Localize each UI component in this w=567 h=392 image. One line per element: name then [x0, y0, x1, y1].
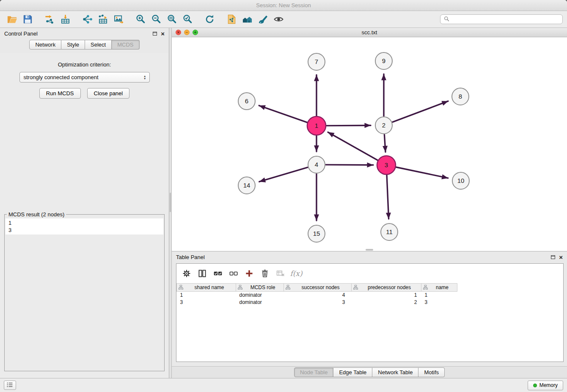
table-cell[interactable]: dominator [236, 292, 284, 299]
close-window-icon[interactable]: × [176, 30, 181, 35]
table-cell[interactable]: dominator [236, 299, 284, 306]
tab-style[interactable]: Style [61, 40, 85, 50]
column-header-predecessor-nodes[interactable]: predecessor nodes [352, 284, 421, 292]
graph-node-3[interactable]: 3 [377, 156, 396, 174]
tab-node-table[interactable]: Node Table [294, 367, 334, 377]
refresh-icon[interactable] [203, 13, 216, 26]
column-header-successor-nodes[interactable]: successor nodes [284, 284, 352, 292]
network-window-titlebar[interactable]: × − + scc.txt [172, 28, 567, 37]
deselect-all-rows-icon[interactable] [228, 268, 239, 279]
save-icon[interactable] [21, 13, 34, 26]
table-cell[interactable]: 4 [284, 292, 352, 299]
network-view-window: × − + scc.txt 7968124310141511 [172, 28, 567, 251]
float-table-panel-icon[interactable] [551, 255, 555, 259]
table-row[interactable]: 3dominator323 [177, 299, 564, 306]
graph-edge-3-11[interactable] [387, 174, 389, 219]
network-window-title: scc.txt [172, 29, 567, 36]
mcds-result-list[interactable]: 13 [6, 218, 163, 235]
table-cell[interactable]: 3 [421, 299, 457, 306]
graph-edge-2-8[interactable] [393, 101, 448, 122]
table-cell[interactable]: 3 [284, 299, 352, 306]
close-panel-button[interactable]: Close panel [87, 88, 130, 99]
graph-node-2[interactable]: 2 [375, 117, 392, 134]
control-panel-tabs: NetworkStyleSelectMCDS [0, 40, 169, 53]
eye-icon[interactable] [272, 13, 285, 26]
table-cell[interactable]: 2 [352, 299, 421, 306]
graph-node-6[interactable]: 6 [238, 93, 255, 110]
canvas-hscrollbar[interactable] [366, 249, 373, 251]
graph-node-1[interactable]: 1 [307, 116, 326, 135]
delete-column-icon[interactable] [259, 268, 271, 279]
ui-panels-list-button[interactable] [4, 381, 16, 390]
svg-text:3: 3 [385, 161, 388, 168]
network-canvas-svg[interactable]: 7968124310141511 [172, 37, 567, 251]
graph-node-14[interactable]: 14 [238, 177, 255, 194]
import-network-icon[interactable] [43, 13, 56, 26]
zoom-fit-icon[interactable] [165, 13, 179, 26]
run-mcds-button[interactable]: Run MCDS [39, 88, 81, 99]
graph-node-7[interactable]: 7 [308, 53, 325, 70]
graph-edge-2-3[interactable] [384, 135, 385, 152]
tab-network[interactable]: Network [29, 40, 61, 50]
tab-network-table[interactable]: Network Table [372, 367, 418, 377]
network-canvas[interactable]: 7968124310141511 [172, 37, 567, 251]
column-header-shared-name[interactable]: shared name [177, 284, 236, 292]
graph-edge-1-2[interactable] [326, 125, 371, 126]
graph-node-15[interactable]: 15 [308, 225, 325, 242]
column-header-name[interactable]: name [421, 284, 457, 292]
zoom-selected-icon[interactable] [181, 13, 194, 26]
network-table-icon[interactable] [96, 13, 110, 26]
table-cell[interactable]: 3 [177, 299, 236, 306]
control-panel: Control Panel × NetworkStyleSelectMCDS O… [0, 28, 169, 378]
open-folder-icon[interactable] [6, 13, 19, 26]
graph-edge-1-6[interactable] [259, 105, 308, 122]
zoom-out-icon[interactable] [150, 13, 163, 26]
window-titlebar[interactable]: Session: New Session [0, 0, 567, 11]
graph-edge-3-1[interactable] [328, 132, 378, 160]
tab-edge-table[interactable]: Edge Table [333, 367, 372, 377]
minimize-window-icon[interactable]: − [184, 30, 190, 35]
select-all-rows-icon[interactable] [212, 268, 224, 279]
network-share-icon[interactable] [81, 13, 94, 26]
memory-label: Memory [539, 382, 558, 388]
copy-style-icon[interactable] [225, 13, 238, 26]
export-image-icon[interactable] [112, 13, 125, 26]
graph-edge-3-10[interactable] [396, 167, 448, 178]
toolbar-separator [195, 19, 202, 19]
graph-node-4[interactable]: 4 [308, 156, 325, 173]
table-cell[interactable]: 1 [421, 292, 457, 299]
close-control-panel-icon[interactable]: × [161, 30, 165, 37]
memory-button[interactable]: Memory [528, 381, 563, 390]
tab-select[interactable]: Select [85, 40, 112, 50]
close-table-panel-icon[interactable]: × [559, 254, 563, 260]
table-settings-gear-icon[interactable] [181, 268, 193, 279]
show-columns-icon[interactable] [196, 268, 208, 279]
add-column-icon[interactable] [243, 268, 255, 279]
search-box[interactable] [440, 14, 563, 24]
svg-text:9: 9 [382, 57, 385, 64]
search-input[interactable] [451, 16, 559, 23]
graph-node-9[interactable]: 9 [375, 52, 392, 69]
table-cell[interactable]: 1 [352, 292, 421, 299]
import-table-icon[interactable] [59, 13, 72, 26]
search-icon [444, 16, 449, 23]
tab-motifs[interactable]: Motifs [418, 367, 445, 377]
criterion-select[interactable]: strongly connected component ▲▼ [19, 72, 150, 83]
graph-edge-4-14[interactable] [259, 167, 308, 182]
zoom-in-icon[interactable] [134, 13, 147, 26]
graph-edge-4-3[interactable] [326, 165, 373, 165]
tab-mcds[interactable]: MCDS [112, 40, 139, 50]
ndex-home-icon[interactable] [241, 13, 254, 26]
splitter-handle[interactable] [170, 193, 171, 212]
graph-node-11[interactable]: 11 [381, 224, 398, 240]
graph-node-8[interactable]: 8 [452, 88, 469, 105]
svg-text:4: 4 [315, 161, 318, 168]
table-toolbar: f(x) [176, 264, 563, 283]
table-row[interactable]: 1dominator411 [177, 292, 564, 299]
column-header-MCDS-role[interactable]: MCDS role [236, 284, 284, 292]
float-panel-icon[interactable] [153, 32, 157, 36]
maximize-window-icon[interactable]: + [193, 30, 198, 35]
graph-node-10[interactable]: 10 [452, 172, 469, 189]
style-brush-icon[interactable] [256, 13, 270, 26]
table-cell[interactable]: 1 [177, 292, 236, 299]
